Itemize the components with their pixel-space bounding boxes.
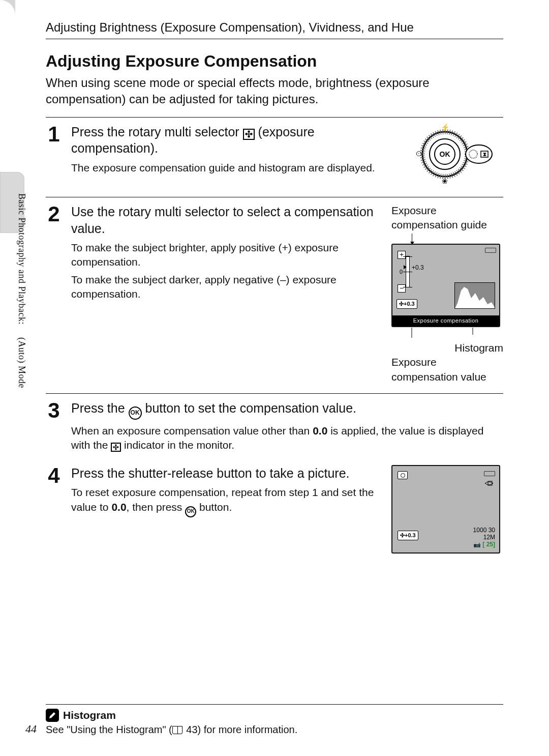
figure-label-guide: Exposure compensation guide [391, 203, 503, 232]
step-title: Use the rotary multi selector to select … [71, 203, 382, 237]
step-desc: The exposure compensation guide and hist… [71, 161, 392, 175]
step-title: Press the OK button to set the compensat… [71, 400, 503, 420]
book-icon [172, 726, 182, 734]
step-4: 4 Press the shutter-release button to ta… [46, 465, 503, 563]
step-3: 3 Press the OK button to set the compens… [46, 393, 503, 465]
step-desc: To make the subject darker, apply negati… [71, 273, 382, 302]
step-number: 1 [46, 124, 62, 188]
side-chapter-label: Basic Photography and Playback: (Auto) M… [16, 193, 27, 388]
lcd-info: 1000 30 12M 📷 [ 25] [473, 527, 495, 548]
figure-label-value: Exposure compensation value [391, 355, 503, 384]
page-number: 44 [25, 722, 37, 736]
histogram-display [454, 282, 495, 309]
note-body: See "Using the Histogram" ( 43) for more… [46, 724, 503, 736]
arrow-icon [412, 234, 412, 243]
ok-button-icon: OK [129, 406, 142, 420]
note-block: Histogram See "Using the Histogram" ( 43… [46, 704, 503, 736]
svg-text:⧗: ⧗ [483, 152, 486, 157]
step-number: 2 [46, 203, 62, 384]
lcd-preview: ✣+0.3 1000 30 12M 📷 [ 25] [391, 465, 500, 554]
intro-text: When using scene mode or special effects… [46, 75, 503, 108]
step-number: 4 [46, 465, 62, 554]
lcd-footer: Exposure compensation [392, 315, 499, 326]
pencil-icon [46, 709, 59, 722]
note-title: Histogram [63, 709, 116, 721]
ok-button-icon: OK [185, 506, 196, 517]
scale-pointer [404, 265, 407, 269]
battery-icon [484, 471, 495, 476]
exposure-badge: ✣+0.3 [398, 531, 418, 540]
lcd-preview: + 0 − +0.3 ✣+0.3 E [391, 244, 500, 327]
battery-icon [485, 248, 496, 253]
step-title: Press the shutter-release button to take… [71, 465, 382, 482]
exposure-icon: ✣ [243, 129, 255, 140]
scale-bar [406, 256, 410, 287]
step-1: 1 Press the rotary multi selector ✣ (exp… [46, 117, 503, 197]
step-figure: Exposure compensation guide + 0 − [391, 203, 503, 384]
scale-value: +0.3 [412, 264, 424, 272]
svg-text:⚡: ⚡ [441, 124, 450, 132]
step-number: 3 [46, 400, 62, 456]
step-desc: To reset exposure compensation, repeat f… [71, 485, 382, 517]
step-figure: ✣+0.3 1000 30 12M 📷 [ 25] [391, 465, 503, 554]
steps-list: 1 Press the rotary multi selector ✣ (exp… [46, 117, 503, 563]
rotary-selector-figure: OK ⚡ ❀ ⏲ ⧗ [402, 124, 503, 188]
exposure-scale: + 0 − +0.3 [406, 256, 410, 287]
content: Adjusting Exposure Compensation When usi… [46, 52, 503, 563]
page-title: Adjusting Exposure Compensation [46, 52, 503, 71]
manual-page: Basic Photography and Playback: (Auto) M… [0, 0, 549, 756]
exposure-badge: ✣+0.3 [396, 299, 417, 308]
figure-label-histogram: Histogram [391, 341, 503, 355]
page-corner [0, 0, 15, 15]
camera-icon [398, 471, 408, 479]
callout-lines [391, 328, 498, 338]
exposure-icon: ✣ [111, 443, 121, 452]
step-desc: To make the subject brighter, apply posi… [71, 241, 382, 270]
af-icon [483, 480, 495, 486]
svg-text:❀: ❀ [442, 177, 448, 185]
breadcrumb: Adjusting Brightness (Exposure Compensat… [46, 20, 503, 39]
step-title: Press the rotary multi selector ✣ (expos… [71, 124, 392, 157]
plus-icon: + [398, 251, 406, 259]
step-desc: When an exposure compensation value othe… [71, 424, 503, 453]
minus-icon: − [398, 284, 406, 293]
step-2: 2 Use the rotary multi selector to selec… [46, 197, 503, 393]
svg-text:⏲: ⏲ [415, 150, 422, 158]
svg-text:OK: OK [440, 150, 450, 158]
